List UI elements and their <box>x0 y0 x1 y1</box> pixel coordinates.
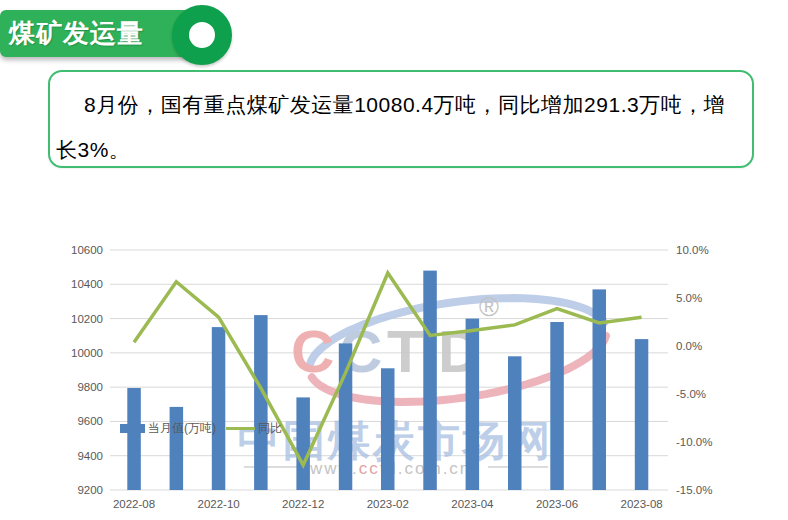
registered-mark: ® <box>479 292 499 322</box>
left-axis-labels: 106001040010200100009800960094009200 <box>71 244 103 496</box>
x-axis-tick: 2023-06 <box>536 498 578 510</box>
watermark-site-name: 中国煤炭市场网 <box>238 417 553 464</box>
x-axis-tick: 2023-02 <box>367 498 409 510</box>
left-axis-tick: 10200 <box>71 313 103 325</box>
left-axis-tick: 9200 <box>77 484 103 496</box>
left-axis-tick: 9600 <box>77 415 103 427</box>
x-axis-labels: 2022-082022-102022-122023-022023-042023-… <box>113 498 663 510</box>
left-axis-tick: 9800 <box>77 381 103 393</box>
right-axis-tick: -5.0% <box>676 388 706 400</box>
right-axis-tick: -15.0% <box>676 484 712 496</box>
report-page: { "header": { "title": "煤矿发运量" }, "summa… <box>0 0 788 520</box>
bar <box>635 339 649 490</box>
bar <box>254 315 268 490</box>
bar <box>508 356 522 490</box>
section-banner: 煤矿发运量 <box>0 10 222 57</box>
legend-line-label: 同比 <box>258 420 282 437</box>
legend-bar-label: 当月值(万吨) <box>148 420 216 437</box>
bar <box>296 397 310 490</box>
bar <box>212 327 226 490</box>
x-axis-tick: 2022-08 <box>113 498 155 510</box>
bar <box>466 319 480 490</box>
right-axis-tick: 5.0% <box>676 292 702 304</box>
right-axis-tick: 10.0% <box>676 244 709 256</box>
bar <box>423 271 437 490</box>
legend-line-swatch <box>226 427 255 430</box>
bar <box>593 289 607 490</box>
legend-bar-swatch <box>120 424 145 433</box>
right-axis-labels: 10.0%5.0%0.0%-5.0%-10.0%-15.0% <box>676 244 712 496</box>
summary-box: 8月份，国有重点煤矿发运量10080.4万吨，同比增加291.3万吨，增长3%。 <box>48 70 754 168</box>
x-axis-tick: 2023-08 <box>620 498 662 510</box>
x-axis-tick: 2023-04 <box>451 498 494 510</box>
right-axis-tick: 0.0% <box>676 340 702 352</box>
banner-circle-decoration <box>172 5 232 65</box>
shipment-chart-svg: CCTD®中国煤炭市场网www.cctd.com.cn1060010400102… <box>0 200 788 520</box>
section-title: 煤矿发运量 <box>9 10 144 57</box>
left-axis-tick: 9400 <box>77 450 103 462</box>
left-axis-tick: 10000 <box>71 347 103 359</box>
bar <box>550 322 564 490</box>
bar <box>127 388 141 490</box>
left-axis-tick: 10600 <box>71 244 103 256</box>
x-axis-tick: 2022-12 <box>282 498 324 510</box>
chart-legend: 当月值(万吨) 同比 <box>120 420 282 437</box>
right-axis-tick: -10.0% <box>676 436 712 448</box>
summary-text: 8月份，国有重点煤矿发运量10080.4万吨，同比增加291.3万吨，增长3%。 <box>56 82 740 172</box>
x-axis-tick: 2022-10 <box>197 498 239 510</box>
left-axis-tick: 10400 <box>71 278 103 290</box>
bar <box>381 368 395 490</box>
chart-section: 当月值(万吨) 同比 CCTD®中国煤炭市场网www.cctd.com.cn10… <box>0 200 788 520</box>
